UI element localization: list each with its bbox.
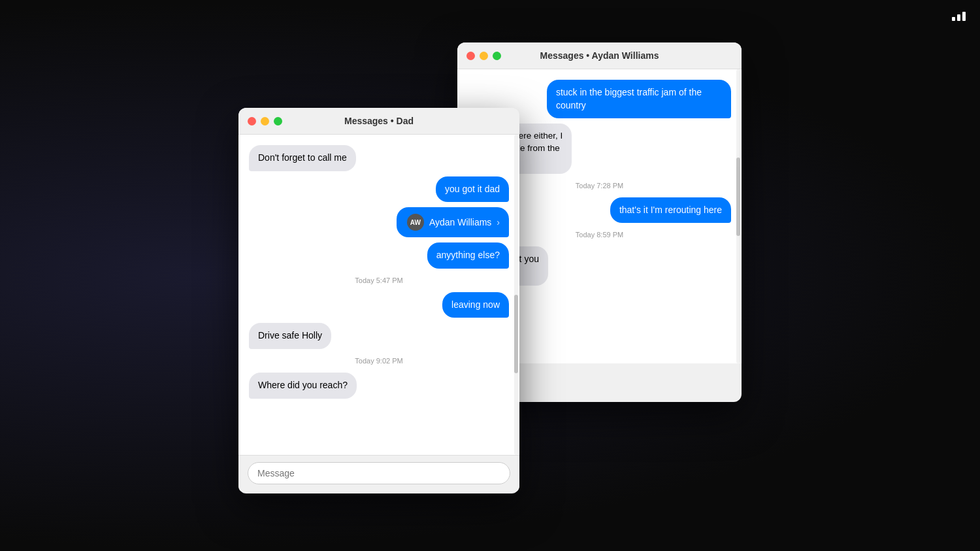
messages-area-dad[interactable]: Don't forget to call me you got it dad A…	[238, 135, 519, 455]
traffic-lights-aydan	[466, 52, 501, 60]
message-row: anyything else?	[249, 242, 509, 269]
message-row: leaving now	[249, 292, 509, 318]
message-input-area	[238, 455, 519, 491]
title-bar-dad: Messages • Dad	[238, 108, 519, 135]
scrollbar-track[interactable]	[514, 135, 518, 455]
signal-bar-2	[957, 14, 960, 21]
bubble-received-drive-safe: Drive safe Holly	[249, 323, 331, 349]
minimize-button-dad[interactable]	[261, 117, 269, 125]
maximize-button-dad[interactable]	[274, 117, 282, 125]
bubble-sent-traffic: stuck in the biggest traffic jam of the …	[547, 80, 731, 118]
message-row: Don't forget to call me	[249, 145, 509, 171]
message-row: Drive safe Holly	[249, 323, 509, 349]
close-button-dad[interactable]	[248, 117, 256, 125]
message-row-aydan-link: AW Aydan Williams ›	[249, 207, 509, 237]
aydan-link-bubble[interactable]: AW Aydan Williams ›	[397, 207, 509, 237]
window-title-dad: Messages • Dad	[344, 116, 414, 126]
scrollbar-track-aydan[interactable]	[736, 69, 740, 363]
scrollbar-thumb[interactable]	[514, 295, 518, 373]
traffic-lights-dad	[248, 117, 282, 125]
signal-bars	[952, 12, 966, 21]
window-title-aydan: Messages • Aydan Williams	[540, 50, 659, 61]
title-bar-aydan: Messages • Aydan Williams	[457, 42, 742, 69]
aydan-label: Aydan Williams	[429, 217, 491, 227]
message-input-dad[interactable]	[248, 462, 510, 484]
bubble-sent: leaving now	[442, 292, 509, 318]
signal-bar-3	[962, 12, 966, 21]
message-row: Where did you reach?	[249, 373, 509, 399]
bubble-sent: you got it dad	[436, 176, 509, 203]
scrollbar-thumb-aydan[interactable]	[736, 158, 740, 236]
close-button-aydan[interactable]	[466, 52, 475, 60]
maximize-button-aydan[interactable]	[493, 52, 501, 60]
aydan-avatar: AW	[407, 214, 424, 231]
bubble-received: Don't forget to call me	[249, 145, 356, 171]
chevron-right-icon: ›	[497, 217, 500, 227]
minimize-button-aydan[interactable]	[480, 52, 488, 60]
timestamp: Today 9:02 PM	[249, 357, 509, 365]
bubble-sent: anyything else?	[427, 242, 509, 269]
bubble-received-where: Where did you reach?	[249, 373, 357, 399]
signal-bar-1	[952, 17, 955, 21]
timestamp: Today 5:47 PM	[249, 276, 509, 284]
window-dad: Messages • Dad Don't forget to call me y…	[238, 108, 519, 493]
message-row: you got it dad	[249, 176, 509, 203]
bubble-sent-rerouting: that's it I'm rerouting here	[610, 197, 731, 224]
